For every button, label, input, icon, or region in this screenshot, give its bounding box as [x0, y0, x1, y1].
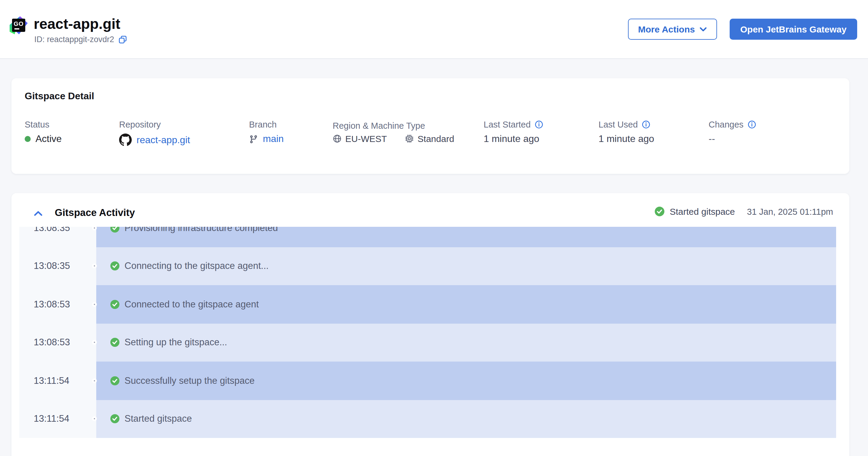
- copy-icon[interactable]: [119, 35, 127, 43]
- activity-log-viewport[interactable]: 13:08:35 Provisioning infrastructure com…: [19, 227, 836, 438]
- detail-card-title: Gitspace Detail: [25, 91, 94, 102]
- branch-link[interactable]: main: [263, 133, 284, 144]
- log-timestamp: 13:08:35: [19, 247, 96, 285]
- log-timestamp: 13:08:53: [19, 323, 96, 362]
- log-timestamp: 13:08:35: [19, 227, 96, 247]
- check-circle-icon: [110, 262, 120, 271]
- check-circle-icon: [110, 414, 120, 424]
- timeline-dot-icon: [92, 264, 97, 269]
- log-message: Setting up the gitspace...: [125, 337, 227, 348]
- more-actions-button[interactable]: More Actions: [628, 19, 717, 40]
- timeline-dot-icon: [92, 417, 97, 421]
- timeline-dot-icon: [92, 378, 97, 383]
- info-icon[interactable]: [748, 120, 756, 129]
- gitspace-id: ID: reactappgit-zovdr2: [34, 35, 114, 44]
- activity-status: Started gitspace 31 Jan, 2025 01:11pm: [655, 206, 833, 217]
- status-value: Active: [35, 133, 62, 144]
- timeline-dot-icon: [92, 227, 97, 231]
- field-changes-label: Changes: [709, 120, 743, 129]
- activity-log-row: 13:08:53 Connected to the gitspace agent: [19, 285, 836, 323]
- activity-log-row: 13:08:35 Provisioning infrastructure com…: [19, 227, 836, 247]
- gitspace-detail-card: Gitspace Detail Status Active Repository…: [11, 78, 849, 174]
- log-message-cell: Successfully setup the gitspace: [96, 362, 836, 400]
- check-circle-icon: [110, 376, 120, 386]
- region-value: EU-WEST: [345, 133, 387, 144]
- activity-card-title: Gitspace Activity: [55, 207, 135, 218]
- github-icon: [119, 133, 132, 146]
- activity-log-rows: 13:08:35 Provisioning infrastructure com…: [19, 227, 836, 438]
- field-branch-label: Branch: [249, 120, 277, 129]
- field-repository-label: Repository: [119, 120, 161, 129]
- chip-icon: [405, 134, 414, 143]
- goland-ide-icon: GO: [10, 16, 28, 34]
- timeline-dot-icon: [92, 340, 97, 345]
- header-actions: More Actions Open JetBrains Gateway: [628, 19, 857, 40]
- log-message-cell: Connected to the gitspace agent: [96, 285, 836, 323]
- machine-type-value: Standard: [417, 133, 454, 144]
- activity-log-row: 13:08:53 Setting up the gitspace...: [19, 323, 836, 362]
- field-status-label: Status: [25, 120, 49, 129]
- log-timestamp: 13:11:54: [19, 362, 96, 400]
- page: GO react-app.git ID: reactappgit-zovdr2 …: [0, 0, 868, 456]
- log-message: Successfully setup the gitspace: [125, 375, 255, 386]
- log-message: Started gitspace: [125, 414, 192, 424]
- open-jetbrains-gateway-button[interactable]: Open JetBrains Gateway: [730, 19, 857, 40]
- log-message: Connecting to the gitspace agent...: [125, 261, 269, 272]
- changes-value: --: [709, 133, 715, 144]
- page-header: GO react-app.git ID: reactappgit-zovdr2 …: [0, 0, 868, 59]
- log-timestamp: 13:08:53: [19, 285, 96, 323]
- info-icon[interactable]: [642, 120, 651, 129]
- gitspace-id-row: ID: reactappgit-zovdr2: [34, 35, 127, 44]
- check-circle-icon: [110, 338, 120, 347]
- field-region-machine-label: Region & Machine Type: [333, 121, 425, 130]
- last-used-value: 1 minute ago: [598, 133, 654, 144]
- field-last-started-label: Last Started: [484, 120, 531, 129]
- activity-status-label: Started gitspace: [670, 206, 735, 217]
- activity-status-date: 31 Jan, 2025 01:11pm: [747, 207, 833, 216]
- check-circle-icon: [110, 300, 120, 309]
- log-message-cell: Connecting to the gitspace agent...: [96, 247, 836, 285]
- chevron-down-icon: [700, 27, 707, 32]
- log-message-cell: Provisioning infrastructure completed: [96, 227, 836, 247]
- timeline-dot-icon: [92, 302, 97, 307]
- activity-log-row: 13:11:54 Successfully setup the gitspace: [19, 362, 836, 400]
- activity-log-row: 13:08:35 Connecting to the gitspace agen…: [19, 247, 836, 285]
- check-circle-icon: [110, 227, 120, 233]
- log-message-cell: Started gitspace: [96, 400, 836, 438]
- info-icon[interactable]: [535, 120, 543, 129]
- log-message: Connected to the gitspace agent: [125, 299, 259, 310]
- status-dot-icon: [25, 136, 31, 142]
- repository-link[interactable]: react-app.git: [136, 134, 190, 145]
- last-started-value: 1 minute ago: [484, 133, 539, 144]
- page-title: react-app.git: [34, 16, 120, 32]
- globe-icon: [333, 134, 342, 143]
- more-actions-label: More Actions: [638, 24, 695, 34]
- log-message-cell: Setting up the gitspace...: [96, 323, 836, 362]
- check-circle-icon: [655, 206, 665, 217]
- collapse-chevron-up-icon[interactable]: [34, 208, 43, 219]
- git-branch-icon: [249, 134, 258, 144]
- log-timestamp: 13:11:54: [19, 400, 96, 438]
- activity-log-row: 13:11:54 Started gitspace: [19, 400, 836, 438]
- gitspace-activity-card: Gitspace Activity Started gitspace 31 Ja…: [11, 193, 849, 456]
- log-message: Provisioning infrastructure completed: [125, 227, 278, 234]
- field-last-used-label: Last Used: [598, 120, 638, 129]
